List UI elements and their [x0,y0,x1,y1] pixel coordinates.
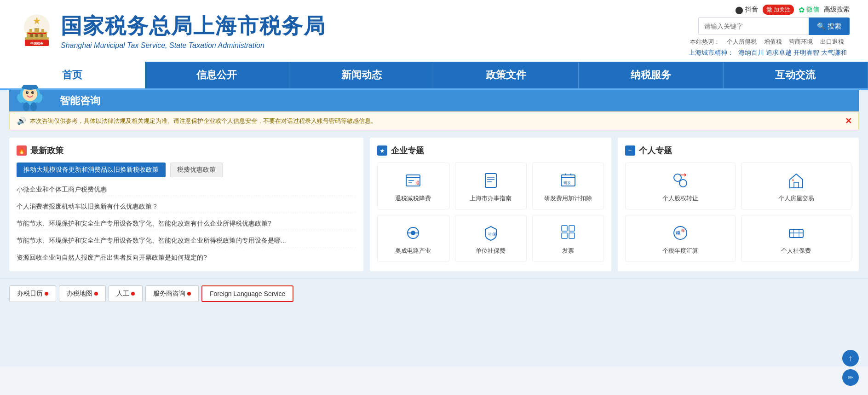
enterprise-service-label-4: 单位社保费 [476,247,506,255]
nav-interaction-label: 互动交流 [775,68,816,82]
research-icon: 研发 [557,169,579,192]
edit-button[interactable]: ✏ [842,369,859,386]
scroll-buttons: ↑ ✏ [842,350,859,386]
weibo-label: 加关注 [774,6,790,14]
policy-item-0[interactable]: 小微企业和个体工商户税费优惠 [17,184,356,196]
policy-section: 🔥 最新政策 推动大规模设备更新和消费品以旧换新税收政策 税费优惠政策 小微企业… [9,138,363,271]
nav-tax-service-label: 纳税服务 [631,68,671,82]
invoice-icon [557,222,579,244]
plus-icon: ＋ [625,145,635,156]
stock-transfer-icon [669,169,691,192]
policy-item-3[interactable]: 节能节水、环境保护和安全生产专用设备数字化、智能化改造企业所得税政策的专用设备是… [17,235,356,247]
search-bar: 🔍 搜索 [698,17,850,35]
policy-item-1[interactable]: 个人消费者报废机动车以旧换新有什么优惠政策？ [17,201,356,213]
hotword-2[interactable]: 增值税 [764,38,782,45]
personal-social-icon [785,222,807,244]
policy-tabs: 推动大规模设备更新和消费品以旧换新税收政策 税费优惠政策 [17,163,356,177]
enterprise-service-5[interactable]: 发票 [532,215,604,262]
toolbar-calendar[interactable]: 办税日历 [9,285,56,302]
search-button[interactable]: 🔍 搜索 [809,17,850,35]
enterprise-section-header: ★ 企业专题 [377,145,604,156]
search-input[interactable] [698,17,809,35]
personal-service-label-3: 个人社保费 [781,247,811,255]
enterprise-service-4[interactable]: 社保 单位社保费 [455,215,527,262]
policy-tab-0[interactable]: 推动大规模设备更新和消费品以旧换新税收政策 [17,163,166,177]
nav-item-policy[interactable]: 政策文件 [434,62,579,88]
logo-subtitle: Shanghai Municipal Tax Service, State Ta… [61,41,326,50]
toolbar-calendar-dot [45,292,48,296]
toolbar-service-consultant[interactable]: 服务商咨询 [145,285,199,302]
toolbar-human[interactable]: 人工 [109,285,143,302]
svg-rect-8 [30,34,33,37]
weibo-button[interactable]: 微 加关注 [763,5,794,15]
toolbar-calendar-label: 办税日历 [17,290,43,298]
advanced-search-link[interactable]: 高级搜索 [824,6,850,14]
hotword-1[interactable]: 个人所得税 [727,38,757,45]
personal-service-label-2: 个税年度汇算 [662,247,698,255]
bottom-toolbar: 办税日历 办税地图 人工 服务商咨询 Foreign Language Serv… [0,279,868,308]
star-icon: ★ [377,145,387,156]
logo-emblem: 中国税务 [18,12,55,49]
personal-service-2[interactable]: 税年 个税年度汇算 [625,215,736,262]
circuit-icon [402,222,424,244]
nav-item-info[interactable]: 信息公开 [145,62,290,88]
svg-rect-30 [485,174,496,187]
svg-point-17 [27,92,28,93]
toolbar-human-label: 人工 [116,290,129,298]
weibo-link[interactable]: 微 加关注 [763,5,794,15]
policy-item-2[interactable]: 节能节水、环境保护和安全生产专用设备数字化、智能化改造有什么企业所得税优惠政策? [17,218,356,230]
svg-rect-44 [562,226,567,231]
nav-policy-label: 政策文件 [486,68,526,82]
douyin-link[interactable]: ⬤ 抖音 [735,6,758,14]
personal-service-3[interactable]: 个人社保费 [741,215,851,262]
enterprise-service-grid: 退 退税减税降费 上海市办事指南 研发 研发费用加计扣除 [377,163,604,262]
logo-title: 国家税务总局上海市税务局 [61,12,326,41]
main-content: 智能咨询 🔊 本次咨询仅供参考，具体以法律法规及相关规定为准。请注意保护企业或个… [0,90,868,366]
policy-item-4[interactable]: 资源回收企业向自然人报废产品出售者反向开票政策是如何规定的? [17,252,356,264]
enterprise-service-2[interactable]: 研发 研发费用加计扣除 [532,163,604,209]
enterprise-service-0[interactable]: 退 退税减税降费 [377,163,449,209]
hotword-4[interactable]: 出口退税 [820,38,844,45]
policy-section-header: 🔥 最新政策 [17,145,356,156]
personal-service-label-0: 个人股权转让 [662,194,698,203]
svg-text:年: 年 [681,229,685,233]
toolbar-foreign-language[interactable]: Foreign Language Service [201,285,293,302]
hotwords-label: 本站热词： [690,38,720,45]
enterprise-service-1[interactable]: 上海市办事指南 [455,163,527,209]
svg-text:研发: 研发 [563,181,571,185]
svg-point-49 [679,180,687,187]
toolbar-map-dot [94,292,98,296]
personal-service-0[interactable]: 个人股权转让 [625,163,736,209]
social-security-icon: 社保 [480,222,502,244]
scroll-up-button[interactable]: ↑ [842,350,859,366]
nav-item-tax-service[interactable]: 纳税服务 [579,62,724,88]
enterprise-service-label-1: 上海市办事指南 [470,194,512,203]
weibo-icon: 微 [766,6,772,14]
hotword-3[interactable]: 营商环境 [789,38,813,45]
enterprise-service-label-0: 退税减税降费 [395,194,431,203]
site-header: 中国税务 国家税务总局上海市税务局 Shanghai Municipal Tax… [0,0,868,62]
nav-item-interaction[interactable]: 互动交流 [724,62,868,88]
chat-widget: 智能咨询 🔊 本次咨询仅供参考，具体以法律法规及相关规定为准。请注意保护企业或个… [9,90,859,130]
weixin-label: 微信 [806,6,819,14]
svg-point-18 [33,92,34,93]
enterprise-service-3[interactable]: 奥成电路产业 [377,215,449,262]
svg-rect-4 [34,28,39,33]
toolbar-service-consultant-label: 服务商咨询 [153,290,185,298]
douyin-icon: ⬤ [735,6,743,14]
toolbar-map[interactable]: 办税地图 [59,285,106,302]
nav-info-label: 信息公开 [196,68,237,82]
chat-header: 智能咨询 [9,90,859,111]
personal-service-1[interactable]: ¥ 个人房屋交易 [741,163,851,209]
notice-close-button[interactable]: ✕ [845,116,852,126]
policy-tab-1[interactable]: 税费优惠政策 [170,163,223,177]
svg-text:社保: 社保 [488,232,496,237]
logo-text-area: 国家税务总局上海市税务局 Shanghai Municipal Tax Serv… [61,12,326,50]
nav-home-label: 首页 [62,68,82,82]
svg-rect-3 [29,29,32,33]
nav-item-news[interactable]: 新闻动态 [289,62,434,88]
weixin-link[interactable]: ✿ 微信 [799,6,819,14]
douyin-label: 抖音 [745,6,758,14]
svg-text:¥: ¥ [792,179,794,182]
mascot [14,81,46,113]
